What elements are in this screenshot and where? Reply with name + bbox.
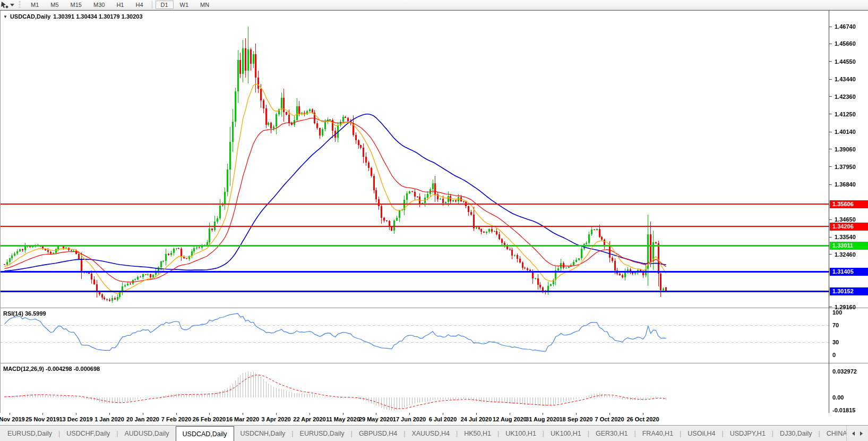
date-axis-tick: [109, 413, 110, 415]
tab-fra40-h1[interactable]: FRA40,H1: [636, 426, 680, 441]
tab-uk100-h1[interactable]: UK100,H1: [544, 426, 588, 441]
tab-ger30-h1[interactable]: GER30,H1: [589, 426, 634, 441]
date-axis-tick: [376, 413, 376, 415]
date-axis-tick: [143, 413, 143, 415]
date-axis-label: 25 Nov 2019: [25, 416, 59, 422]
date-axis-label: 26 Feb 2020: [193, 416, 226, 422]
tab-usdcnh-daily[interactable]: USDCNH,Daily: [234, 426, 292, 441]
date-axis-label: 17 Jun 2020: [393, 416, 426, 422]
date-axis-tick: [443, 413, 443, 415]
ohlc-values: 1.30391 1.30434 1.30179 1.30203: [53, 13, 142, 20]
price-axis-tick: [829, 307, 832, 307]
price-level-badge: 1.33011: [830, 242, 868, 250]
tab-dj30-daily[interactable]: DJ30,Daily: [774, 426, 818, 441]
price-chart-canvas[interactable]: [0, 11, 868, 413]
price-axis-tick: [829, 219, 832, 220]
tab-usoil-h4[interactable]: USOil,H4: [681, 426, 721, 441]
timeframe-m1-button[interactable]: M1: [25, 1, 44, 9]
price-axis-label: 1.45660: [835, 41, 856, 47]
collapse-caret-icon[interactable]: ▼: [3, 14, 7, 19]
date-axis-tick: [543, 413, 543, 415]
tab-scroll-buttons: [846, 426, 868, 441]
tab-eurusd-daily[interactable]: EURUSD,Daily: [1, 426, 58, 441]
macd-scale-label: 0.032972: [832, 369, 857, 375]
tab-audusd-daily[interactable]: AUDUSD,Daily: [118, 426, 176, 441]
macd-label: MACD(12,26,9) -0.004298 -0.000698: [3, 366, 100, 372]
pointer-tool-icon[interactable]: [1, 1, 9, 9]
timeframe-m5-button[interactable]: M5: [45, 1, 64, 9]
price-axis-label: 1.40140: [835, 129, 856, 135]
date-axis-label: 6 Jul 2020: [429, 416, 457, 422]
date-axis-label: 18 Sep 2020: [560, 416, 593, 422]
tab-scroll-left-icon[interactable]: [852, 431, 855, 436]
date-axis-label: 12 Aug 2020: [493, 416, 527, 422]
price-axis-tick: [829, 149, 832, 149]
date-axis-tick: [276, 413, 277, 415]
tab-usdjpy-h1[interactable]: USDJPY,H1: [724, 426, 772, 441]
price-axis-label: 1.39060: [835, 147, 856, 152]
timeframe-m15-button[interactable]: M15: [65, 1, 87, 9]
toolbar-grip[interactable]: [19, 1, 21, 9]
timeframe-h1-button[interactable]: H1: [111, 1, 129, 9]
price-axis-tick: [829, 114, 832, 114]
tab-uk100-h1[interactable]: UK100,H1: [499, 426, 543, 441]
price-axis-tick: [829, 132, 832, 132]
timeframe-w1-button[interactable]: W1: [175, 1, 194, 9]
date-axis-label: 31 Aug 2020: [526, 416, 560, 422]
date-axis-label: 26 Oct 2020: [626, 416, 659, 422]
price-axis-label: 1.36840: [835, 182, 856, 188]
price-axis-label: 1.46740: [835, 24, 856, 30]
date-axis-label: 22 Apr 2020: [293, 416, 325, 422]
rsi-label: RSI(14) 36.5999: [3, 310, 46, 317]
date-axis-tick: [576, 413, 577, 415]
chart-tab-bar: EURUSD,Daily|USDCHF,Daily|AUDUSD,DailyUS…: [0, 425, 868, 441]
date-axis-tick: [76, 413, 76, 415]
date-axis-label: 29 May 2020: [359, 416, 393, 422]
date-axis-tick: [343, 413, 343, 415]
toolbar: M1M5M15M30H1H4D1W1MN: [0, 0, 868, 10]
price-axis-tick: [829, 61, 832, 62]
date-axis-tick: [42, 413, 43, 415]
date-axis-tick: [409, 413, 410, 415]
macd-scale-label: 0.00: [832, 395, 844, 401]
price-axis-tick: [829, 237, 832, 238]
date-axis[interactable]: 6 Nov 201925 Nov 201913 Dec 20191 Jan 20…: [0, 413, 868, 425]
tab-eurusd-daily[interactable]: EURUSD,Daily: [294, 426, 351, 441]
price-axis-tick: [829, 254, 832, 255]
tab-xauusd-h4[interactable]: XAUUSD,H4: [405, 426, 456, 441]
date-axis-label: 13 Dec 2019: [59, 416, 93, 422]
date-axis-label: 7 Oct 2020: [595, 416, 624, 422]
tab-usdchf-daily[interactable]: USDCHF,Daily: [60, 426, 116, 441]
timeframe-mn-button[interactable]: MN: [195, 1, 214, 9]
price-axis-label: 1.43440: [835, 77, 856, 82]
tab-scroll-right-icon[interactable]: [860, 431, 863, 436]
tab-usdcad-daily[interactable]: USDCAD,Daily: [176, 426, 234, 441]
rsi-scale-label: 30: [832, 340, 839, 345]
price-level-badge: 1.35606: [830, 200, 868, 208]
rsi-scale-label: 100: [832, 310, 842, 316]
date-axis-tick: [243, 413, 243, 415]
tab-china300-h1[interactable]: CHINA300,H1: [820, 426, 846, 441]
timeframe-h4-button[interactable]: H4: [130, 1, 148, 9]
price-axis-label: 1.41250: [835, 112, 856, 117]
date-axis-label: 24 Jul 2020: [461, 416, 492, 422]
timeframe-m30-button[interactable]: M30: [88, 1, 110, 9]
date-axis-tick: [176, 413, 177, 415]
price-axis-label: 1.34650: [835, 217, 856, 223]
tab-hk50-h1[interactable]: HK50,H1: [458, 426, 497, 441]
chart-window: ▼ USDCAD,Daily 1.30391 1.30434 1.30179 1…: [0, 10, 868, 413]
date-axis-label: 1 Jan 2020: [94, 416, 124, 422]
symbol-title: USDCAD,Daily: [10, 13, 50, 20]
toolbar-separator: [152, 1, 152, 9]
price-axis-label: 1.37950: [835, 164, 856, 170]
date-axis-tick: [609, 413, 610, 415]
tab-gbpusd-h4[interactable]: GBPUSD,H4: [353, 426, 403, 441]
chevron-down-icon[interactable]: [10, 4, 14, 6]
price-axis-tick: [829, 79, 832, 80]
chart-tabs: EURUSD,Daily|USDCHF,Daily|AUDUSD,DailyUS…: [0, 426, 846, 441]
date-axis-tick: [643, 413, 643, 415]
price-axis-label: 1.42360: [835, 94, 856, 100]
date-axis-label: 7 Feb 2020: [161, 416, 191, 422]
rsi-scale-label: 70: [832, 323, 839, 328]
timeframe-d1-button[interactable]: D1: [156, 1, 174, 9]
